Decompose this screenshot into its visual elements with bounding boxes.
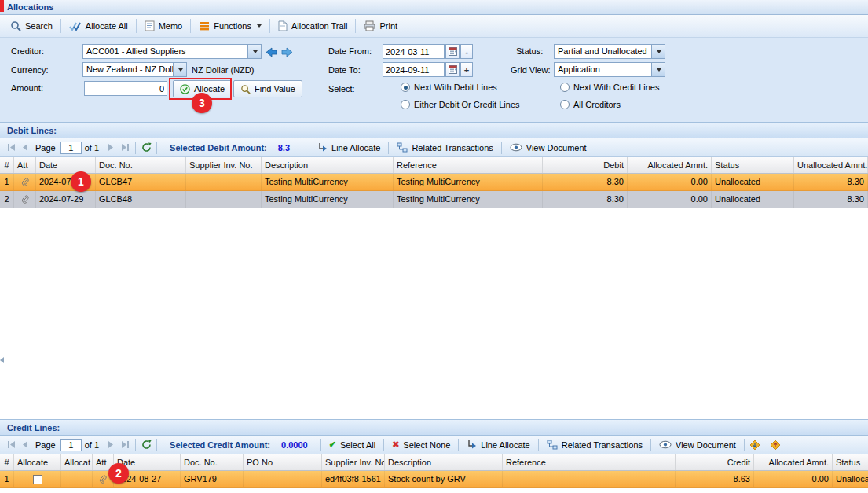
date-to-input[interactable] [383,62,445,77]
radio-circle-icon [401,100,410,109]
credit-row-1[interactable]: 1 2024-08-27 GRV179 ed4f03f8-1561-... St… [0,471,868,488]
debit-pager-last-button[interactable] [118,141,132,155]
annotation-step-3: 3 [192,93,212,113]
memo-icon [145,20,155,31]
attachment-paperclip-icon[interactable] [21,194,29,204]
date-to-increment-button[interactable]: + [460,62,473,77]
debit-view-document-button[interactable]: View Document [505,142,591,154]
creditor-dropdown-trigger[interactable] [247,45,261,58]
debit-col-unallocated-amnt[interactable]: Unallocated Amnt. [794,157,868,173]
credit-select-none-button[interactable]: ✖ Select None [387,438,455,451]
status-combo[interactable]: Partial and Unallocated [554,44,665,59]
debit-row-1[interactable]: 1 2024-07-29 GLCB47 Testing MultiCurrenc… [0,174,868,191]
next-creditor-button[interactable] [280,46,294,58]
search-button[interactable]: Search [5,18,58,34]
debit-related-transactions-button[interactable]: Related Transactions [392,141,497,154]
credit-line-allocate-button[interactable]: Line Allocate [462,438,534,451]
attachment-paperclip-icon[interactable] [21,177,29,187]
allocate-all-button[interactable]: Allocate All [64,19,134,34]
credit-col-credit[interactable]: Credit [676,454,754,470]
debit-col-att[interactable]: Att [14,157,36,173]
debit-line-allocate-button[interactable]: Line Allocate [313,141,385,154]
previous-creditor-button[interactable] [265,46,278,58]
debit-refresh-button[interactable] [139,141,153,155]
debit-pager-first-button[interactable] [4,141,18,155]
functions-button[interactable]: Functions [193,19,267,33]
gold-allocate-down-icon[interactable] [748,438,762,452]
credit-select-all-button[interactable]: ✔ Select All [324,438,380,451]
debit-row-2[interactable]: 2 2024-07-29 GLCB48 Testing MultiCurrenc… [0,191,868,208]
toolbar-separator [320,439,321,451]
print-button[interactable]: Print [358,18,403,34]
date-from-decrement-button[interactable]: - [460,44,473,59]
credit-col-allocated-amnt[interactable]: Allocated Amnt. [754,454,833,470]
debit-col-num[interactable]: # [0,157,14,173]
debit-col-date[interactable]: Date [36,157,96,173]
credit-col-reference[interactable]: Reference [503,454,676,470]
debit-col-debit[interactable]: Debit [543,157,628,173]
credit-pager-first-button[interactable] [4,438,18,452]
credit-col-allocate[interactable]: Allocate [14,454,61,470]
creditor-label: Creditor: [11,46,44,56]
debit-col-allocated-amnt[interactable]: Allocated Amnt. [628,157,712,173]
window-title: Allocations [7,2,53,12]
allocation-trail-button[interactable]: Allocation Trail [273,18,353,34]
doc-no-cell: GLCB48 [96,191,186,208]
toolbar-separator [60,19,61,33]
credit-pager-last-button[interactable] [118,438,132,452]
date-from-picker-button[interactable] [445,44,460,59]
credit-col-supplier-inv-no[interactable]: Supplier Inv. No. [322,454,385,470]
debit-col-reference[interactable]: Reference [394,157,543,173]
credit-view-document-label: View Document [676,440,736,450]
credit-pager-next-button[interactable] [104,438,118,452]
panel-collapse-handle[interactable] [0,352,7,368]
debit-page-input[interactable] [60,142,82,154]
radio-next-with-credit-lines[interactable]: Next With Credit Lines [560,83,659,92]
debit-col-status[interactable]: Status [712,157,794,173]
credit-pager-prev-button[interactable] [18,438,32,452]
date-from-input[interactable] [383,44,445,59]
toolbar-separator [190,19,191,33]
find-value-button[interactable]: Find Value [233,80,302,97]
date-to-picker-button[interactable] [445,62,460,77]
credit-page-input[interactable] [60,439,82,451]
description-cell: Testing MultiCurrency [262,174,394,190]
memo-button[interactable]: Memo [139,18,189,34]
toolbar-separator [355,19,356,33]
credit-col-description[interactable]: Description [385,454,503,470]
credit-lines-section: Credit Lines: Page of 1 Selected Credit … [0,419,868,493]
credit-related-transactions-button[interactable]: Related Transactions [542,438,647,451]
credit-refresh-button[interactable] [139,438,153,452]
radio-all-creditors[interactable]: All Creditors [560,100,621,109]
radio-either-debit-or-credit-lines[interactable]: Either Debit Or Credit Lines [401,100,520,109]
credit-col-allocat[interactable]: Allocat [61,454,93,470]
debit-pager-prev-button[interactable] [18,141,32,155]
attachment-paperclip-icon[interactable] [99,474,107,484]
radio-label: All Creditors [573,100,621,109]
credit-col-status[interactable]: Status [833,454,868,470]
grid-view-dropdown-trigger[interactable] [651,63,665,76]
debit-col-supplier-inv-no[interactable]: Supplier Inv. No. [186,157,262,173]
grid-view-combo[interactable]: Application [554,62,665,77]
credit-col-num[interactable]: # [0,454,14,470]
chevron-down-icon [657,68,661,72]
debit-col-description[interactable]: Description [262,157,394,173]
line-allocate-icon [467,440,477,450]
debit-col-doc-no[interactable]: Doc. No. [96,157,186,173]
amount-input[interactable] [84,81,167,96]
allocate-checkbox[interactable] [33,475,42,484]
debit-pager-next-button[interactable] [104,141,118,155]
credit-col-po-no[interactable]: PO No [244,454,322,470]
creditor-combo[interactable]: ACC001 - Allied Suppliers [82,44,262,59]
unallocated-amnt-cell: 8.30 [794,174,868,190]
currency-combo[interactable]: New Zealand - NZ Doll. [82,62,187,77]
credit-col-doc-no[interactable]: Doc. No. [181,454,244,470]
debit-amount-cell: 8.30 [543,174,628,190]
gold-allocate-up-icon[interactable] [768,438,782,452]
status-dropdown-trigger[interactable] [651,45,665,58]
currency-dropdown-trigger[interactable] [173,63,186,76]
radio-next-with-debit-lines[interactable]: Next With Debit Lines [401,83,497,92]
credit-view-document-button[interactable]: View Document [654,439,741,451]
row-num-cell: 1 [0,174,14,190]
radio-circle-icon [560,100,570,109]
